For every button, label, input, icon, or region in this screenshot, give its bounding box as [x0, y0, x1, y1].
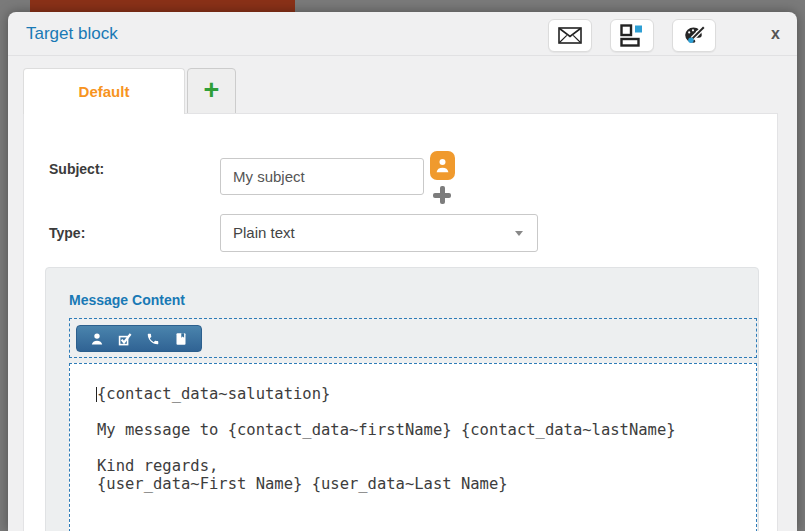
message-body-text: {contact_data~salutation} My message to … [97, 385, 748, 493]
tab-content-panel: Subject: Type: Plain text Message Conten… [23, 113, 778, 531]
user-icon[interactable] [90, 331, 105, 346]
layout-blocks-button[interactable] [610, 19, 654, 52]
email-message-button[interactable] [548, 19, 592, 52]
personalize-button[interactable] [430, 151, 455, 180]
subject-label: Subject: [49, 161, 104, 177]
message-content-section: Message Content [45, 267, 759, 531]
target-block-dialog: Target block [8, 12, 797, 531]
message-editor[interactable]: {contact_data~salutation} My message to … [69, 363, 757, 531]
tab-default[interactable]: Default [23, 68, 185, 114]
editor-toolbar-area [69, 318, 757, 358]
merge-field-toolbar [76, 325, 202, 352]
phone-icon[interactable] [145, 331, 160, 346]
dialog-title: Target block [26, 12, 118, 56]
subject-input[interactable] [220, 158, 424, 195]
type-label: Type: [49, 225, 85, 241]
contact-card-icon[interactable] [173, 331, 188, 346]
design-palette-button[interactable] [672, 19, 716, 52]
type-select[interactable]: Plain text [220, 214, 538, 252]
add-field-button[interactable] [432, 185, 452, 205]
type-select-value: Plain text [233, 224, 295, 241]
plus-icon: + [204, 75, 220, 105]
message-content-title: Message Content [69, 292, 185, 308]
person-icon [435, 157, 450, 174]
close-button[interactable]: x [771, 12, 780, 56]
dialog-header: Target block [8, 12, 797, 56]
add-tab-button[interactable]: + [187, 68, 236, 114]
blocks-icon [620, 24, 644, 47]
chevron-down-icon [515, 231, 523, 236]
sign-check-icon[interactable] [118, 331, 133, 346]
envelope-icon [558, 27, 582, 44]
palette-icon [683, 25, 706, 46]
